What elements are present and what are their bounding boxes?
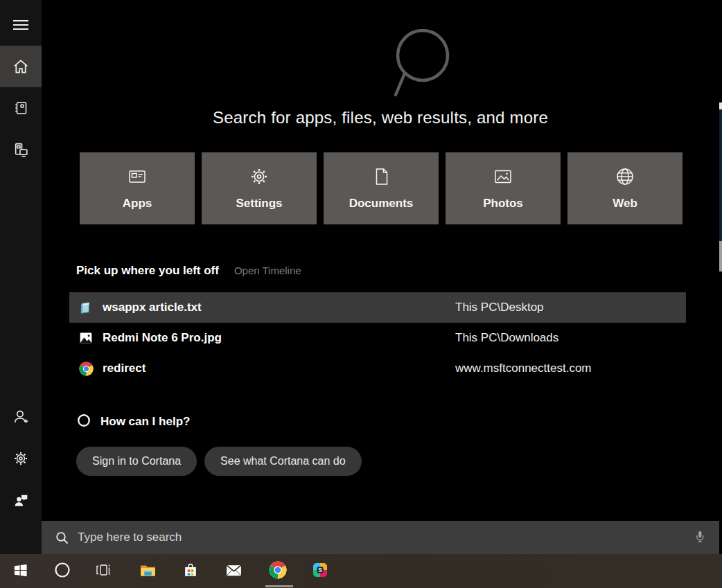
mail-envelope-icon [225,562,243,581]
tile-label: Apps [123,197,152,211]
result-name: Redmi Note 6 Pro.jpg [103,331,452,345]
taskbar: S [0,554,722,588]
cortana-taskbar-button[interactable] [46,554,78,588]
folder-icon [139,562,157,581]
tile-label: Web [613,197,637,211]
microphone-button[interactable] [690,527,710,549]
microphone-icon [693,530,707,546]
journal-icon [12,100,29,116]
hamburger-icon [12,17,29,33]
windows-logo-icon [12,562,28,580]
microsoft-store-button[interactable] [175,554,206,588]
cortana-heading: How can I help? [100,415,190,429]
tile-apps[interactable]: Apps [80,152,195,224]
slack-icon: S [312,562,328,580]
cortana-buttons: Sign in to Cortana See what Cortana can … [76,447,362,476]
svg-text:S: S [318,567,322,573]
chrome-running-indicator [265,585,293,587]
sidebar-item-feedback[interactable] [0,483,42,517]
slack-button[interactable]: S [304,554,336,588]
start-button[interactable] [4,554,36,588]
result-row[interactable]: wsappx article.txt This PC\Desktop [69,292,686,323]
apps-icon [127,166,148,189]
result-location: This PC\Desktop [455,301,544,314]
mail-button[interactable] [218,554,249,588]
sidebar-item-settings[interactable] [0,442,42,475]
globe-icon [615,166,635,189]
document-icon [371,166,391,189]
cortana-ring-icon [76,413,91,431]
devices-icon [12,141,30,159]
tile-settings[interactable]: Settings [202,152,317,224]
task-view-icon [95,562,112,580]
sidebar [0,0,42,554]
tile-label: Documents [349,197,414,211]
result-name: wsappx article.txt [103,301,452,314]
desktop-edge-scroll [719,241,722,271]
photo-icon [493,166,513,189]
search-bar[interactable] [42,521,719,554]
sidebar-item-menu[interactable] [0,8,42,42]
sidebar-item-sign-in[interactable] [0,400,42,434]
feedback-icon [12,492,30,509]
search-home-panel [42,0,719,521]
category-tiles: Apps Settings Documents Photos Web [80,152,683,224]
search-icon [385,25,461,104]
chrome-icon [78,360,94,377]
sidebar-item-devices[interactable] [0,133,42,166]
sidebar-item-journal[interactable] [0,91,42,125]
cortana-section: How can I help? [76,413,190,431]
search-input[interactable] [76,530,690,545]
desktop-edge-highlight [719,103,722,109]
gear-icon [249,166,270,189]
tile-web[interactable]: Web [567,152,683,224]
home-icon [12,57,30,75]
desktop-edge [719,109,722,241]
chrome-icon [269,561,287,581]
task-view-button[interactable] [87,554,119,588]
see-what-cortana-can-do-button[interactable]: See what Cortana can do [204,447,362,476]
tile-photos[interactable]: Photos [446,152,561,224]
sidebar-item-home[interactable] [0,46,42,87]
search-prompt: Search for apps, files, web results, and… [42,108,719,127]
tile-documents[interactable]: Documents [324,152,439,224]
cortana-circle-icon [54,562,71,580]
search-icon [55,531,69,545]
result-location: This PC\Downloads [455,331,558,345]
image-file-icon [78,330,94,346]
sign-in-to-cortana-button[interactable]: Sign in to Cortana [76,447,197,476]
result-row[interactable]: Redmi Note 6 Pro.jpg This PC\Downloads [69,323,686,353]
notepad-file-icon [78,299,94,316]
tile-label: Photos [483,197,523,211]
store-bag-icon [182,562,199,580]
tile-label: Settings [236,197,282,211]
gear-icon [12,450,29,467]
person-add-icon [12,409,30,426]
result-name: redirect [103,362,452,375]
windows-search-flyout: Search for apps, files, web results, and… [0,0,722,588]
result-row[interactable]: redirect www.msftconnecttest.com [69,353,686,384]
timeline-header: Pick up where you left off Open Timeline [76,264,301,278]
recent-results-list: wsappx article.txt This PC\Desktop Redmi… [69,292,686,384]
result-location: www.msftconnecttest.com [455,362,592,375]
chrome-taskbar-button[interactable] [262,554,294,588]
timeline-heading: Pick up where you left off [76,264,219,278]
open-timeline-link[interactable]: Open Timeline [234,265,301,276]
file-explorer-button[interactable] [132,554,164,588]
